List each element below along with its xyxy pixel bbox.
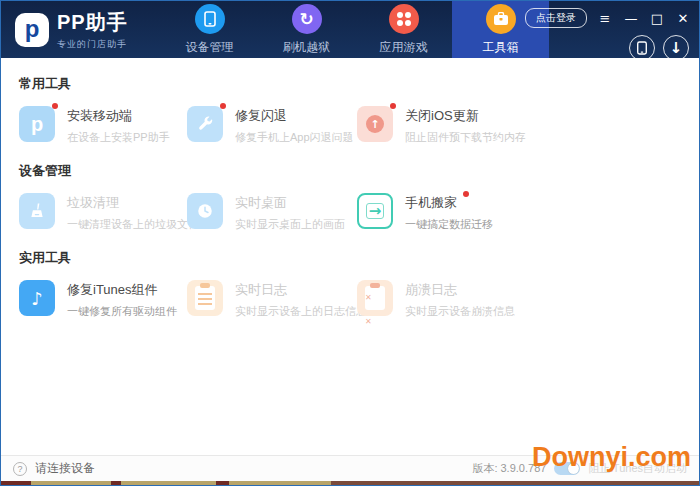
toolbox-panel: 常用工具 p 安装移动端 在设备上安装PP助手 修复闪退 bbox=[1, 58, 699, 455]
wrench-phone-icon bbox=[187, 106, 223, 142]
tool-realtime-desktop[interactable]: 实时桌面 实时显示桌面上的画面 bbox=[187, 193, 357, 232]
tiles-common-tools: p 安装移动端 在设备上安装PP助手 修复闪退 修复手机上App闪退问题 bbox=[19, 106, 681, 145]
tool-subtitle: 一键清理设备上的垃圾文件 bbox=[67, 217, 199, 232]
menu-icon[interactable]: ≡ bbox=[597, 12, 613, 25]
tool-title: 手机搬家 bbox=[405, 194, 493, 212]
device-status: 请连接设备 bbox=[35, 460, 95, 477]
tool-title: 实时日志 bbox=[235, 281, 367, 299]
notification-dot bbox=[463, 191, 469, 197]
tool-title: 修复iTunes组件 bbox=[67, 281, 177, 299]
tool-title: 修复闪退 bbox=[235, 107, 354, 125]
tool-phone-migration[interactable]: → 手机搬家 一键搞定数据迁移 bbox=[357, 193, 681, 232]
section-title-utility-tools: 实用工具 bbox=[19, 249, 681, 267]
tool-junk-clean[interactable]: 垃圾清理 一键清理设备上的垃圾文件 bbox=[19, 193, 187, 232]
tool-subtitle: 实时显示设备上的日志信息 bbox=[235, 304, 367, 319]
close-icon[interactable]: ✕ bbox=[675, 12, 691, 25]
tool-realtime-log[interactable]: 实时日志 实时显示设备上的日志信息 bbox=[187, 280, 357, 319]
tool-fix-itunes[interactable]: ♪ 修复iTunes组件 一键修复所有驱动组件 bbox=[19, 280, 187, 319]
clock-phone-icon bbox=[187, 193, 223, 229]
tool-title: 安装移动端 bbox=[67, 107, 170, 125]
tool-disable-ios-update[interactable]: ↑ 关闭iOS更新 阻止固件预下载节约内存 bbox=[357, 106, 681, 145]
downyi-watermark: Downyi.com bbox=[532, 442, 691, 473]
minimize-icon[interactable]: — bbox=[623, 12, 639, 25]
download-button[interactable]: ↓ bbox=[663, 35, 689, 61]
tab-apps-games[interactable]: 应用游戏 bbox=[355, 1, 452, 58]
pp-logo-icon: p bbox=[15, 13, 49, 47]
tool-subtitle: 修复手机上App闪退问题 bbox=[235, 130, 354, 145]
pp-logo-letter: p bbox=[25, 17, 40, 41]
tool-title: 崩溃日志 bbox=[405, 281, 515, 299]
tool-subtitle: 在设备上安装PP助手 bbox=[67, 130, 170, 145]
tab-label: 刷机越狱 bbox=[283, 39, 331, 56]
broom-icon bbox=[19, 193, 55, 229]
tab-device-management[interactable]: 设备管理 bbox=[161, 1, 258, 58]
tiles-utility-tools: ♪ 修复iTunes组件 一键修复所有驱动组件 实时日志 实时显示设备上的日志信… bbox=[19, 280, 681, 319]
phone-icon bbox=[636, 41, 648, 55]
app-logo: p PP助手 专业的门店助手 bbox=[1, 1, 161, 58]
header: p PP助手 专业的门店助手 设备管理 ↻ 刷机越狱 bbox=[1, 1, 699, 58]
tab-label: 设备管理 bbox=[186, 39, 234, 56]
pp-logo-icon: p bbox=[19, 106, 55, 142]
app-window: p PP助手 专业的门店助手 设备管理 ↻ 刷机越狱 bbox=[0, 0, 700, 486]
tool-title: 关闭iOS更新 bbox=[405, 107, 526, 125]
tool-subtitle: 一键搞定数据迁移 bbox=[405, 217, 493, 232]
app-subtitle: 专业的门店助手 bbox=[57, 38, 128, 51]
login-button[interactable]: 点击登录 bbox=[525, 8, 587, 28]
tool-subtitle: 实时显示设备崩溃信息 bbox=[405, 304, 515, 319]
tab-flash-jailbreak[interactable]: ↻ 刷机越狱 bbox=[258, 1, 355, 58]
main-nav: 设备管理 ↻ 刷机越狱 应用游戏 工具箱 bbox=[161, 1, 549, 58]
tab-label: 工具箱 bbox=[483, 39, 519, 56]
tool-subtitle: 阻止固件预下载节约内存 bbox=[405, 130, 526, 145]
notification-dot bbox=[52, 103, 58, 109]
tool-subtitle: 一键修复所有驱动组件 bbox=[67, 304, 177, 319]
tool-title: 垃圾清理 bbox=[67, 194, 199, 212]
log-clipboard-icon bbox=[187, 280, 223, 316]
tab-label: 应用游戏 bbox=[380, 39, 428, 56]
maximize-icon[interactable]: □ bbox=[649, 12, 665, 25]
notification-dot bbox=[390, 103, 396, 109]
tiles-device-management: 垃圾清理 一键清理设备上的垃圾文件 实时桌面 实时显示桌面上的画面 → 手机搬 bbox=[19, 193, 681, 232]
transfer-phone-icon: → bbox=[357, 193, 393, 229]
section-title-device-management: 设备管理 bbox=[19, 162, 681, 180]
background-window-sliver bbox=[1, 481, 699, 485]
help-icon[interactable]: ? bbox=[13, 462, 27, 476]
tool-title: 实时桌面 bbox=[235, 194, 345, 212]
apps-grid-icon bbox=[389, 4, 419, 34]
tool-subtitle: 实时显示桌面上的画面 bbox=[235, 217, 345, 232]
device-button[interactable] bbox=[629, 35, 655, 61]
notification-dot bbox=[220, 103, 226, 109]
upload-phone-icon: ↑ bbox=[357, 106, 393, 142]
refresh-icon: ↻ bbox=[292, 4, 322, 34]
toolbox-icon bbox=[486, 4, 516, 34]
phone-icon bbox=[195, 4, 225, 34]
crash-clipboard-icon: ✕ ✕ bbox=[357, 280, 393, 316]
app-title: PP助手 bbox=[57, 9, 128, 36]
download-arrow-icon: ↓ bbox=[670, 41, 683, 56]
tool-install-mobile[interactable]: p 安装移动端 在设备上安装PP助手 bbox=[19, 106, 187, 145]
tool-crash-log[interactable]: ✕ ✕ 崩溃日志 实时显示设备崩溃信息 bbox=[357, 280, 681, 319]
section-title-common-tools: 常用工具 bbox=[19, 75, 681, 93]
tool-fix-app-crash[interactable]: 修复闪退 修复手机上App闪退问题 bbox=[187, 106, 357, 145]
itunes-monitor-icon: ♪ bbox=[19, 280, 55, 316]
